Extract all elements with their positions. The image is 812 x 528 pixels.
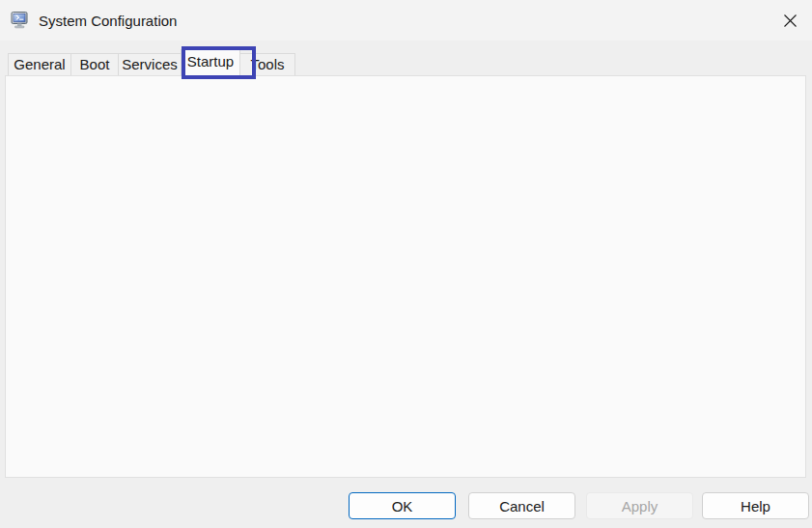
cancel-button[interactable]: Cancel <box>468 492 575 519</box>
tab-services[interactable]: Services <box>118 53 182 75</box>
window-title: System Configuration <box>39 13 177 29</box>
tab-general-label: General <box>14 56 65 72</box>
ok-button[interactable]: OK <box>349 492 456 519</box>
apply-button[interactable]: Apply <box>586 492 693 519</box>
close-button[interactable] <box>768 0 812 41</box>
tab-services-label: Services <box>122 56 178 72</box>
tab-tools-label: Tools <box>250 56 284 72</box>
close-icon <box>783 14 798 28</box>
tab-startup[interactable]: Startup <box>181 49 240 76</box>
startup-tab-pane <box>5 75 806 478</box>
tab-strip: General Boot Services Startup Tools <box>8 53 294 75</box>
tab-general[interactable]: General <box>8 53 71 75</box>
tab-boot[interactable]: Boot <box>70 53 119 75</box>
titlebar: System Configuration <box>0 0 812 41</box>
msconfig-app-icon <box>11 12 29 29</box>
help-button[interactable]: Help <box>702 492 809 519</box>
tab-startup-label: Startup <box>187 53 234 69</box>
tab-boot-label: Boot <box>80 56 110 72</box>
tab-tools[interactable]: Tools <box>239 53 295 75</box>
system-configuration-window: System Configuration General Boot Servic… <box>0 0 812 528</box>
